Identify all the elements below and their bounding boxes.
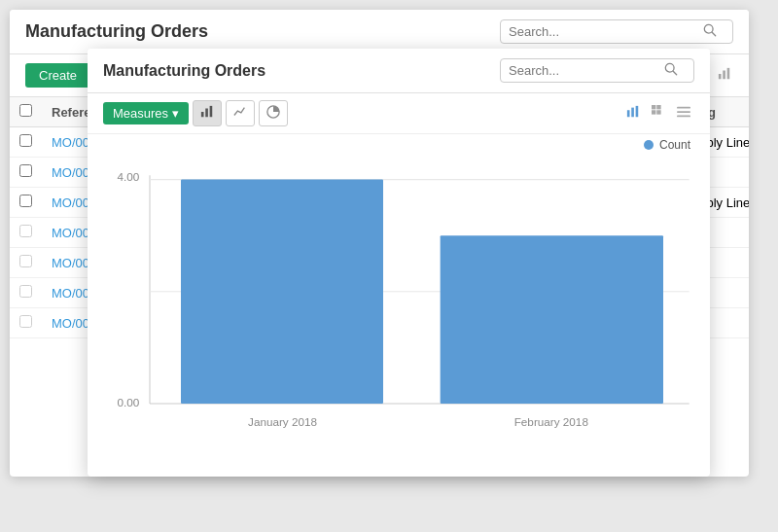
measures-chevron-icon: ▾ xyxy=(172,106,179,121)
svg-rect-34 xyxy=(656,110,660,114)
chart-list-icon[interactable] xyxy=(673,103,694,124)
back-page-title: Manufacturing Orders xyxy=(25,21,500,42)
y-max-label: 4.00 xyxy=(118,170,140,183)
front-window: Manufacturing Orders Measures ▾ xyxy=(88,49,710,477)
graph-view-icon[interactable] xyxy=(716,65,733,86)
pie-chart-button[interactable] xyxy=(259,100,288,126)
header-checkbox-col xyxy=(10,97,42,127)
row-checkbox-cell xyxy=(10,158,42,188)
create-button[interactable]: Create xyxy=(25,63,90,88)
bar-january[interactable] xyxy=(181,180,383,404)
back-search-input[interactable] xyxy=(509,24,703,39)
svg-rect-37 xyxy=(677,116,690,118)
svg-rect-19 xyxy=(719,74,722,79)
svg-rect-35 xyxy=(677,107,690,109)
back-search-icon[interactable] xyxy=(703,23,717,40)
svg-rect-24 xyxy=(201,112,204,117)
svg-rect-31 xyxy=(652,105,655,109)
row-checkbox[interactable] xyxy=(19,195,32,207)
bar-chart-svg: 4.00 0.00 January 2018 February 2018 xyxy=(88,160,710,461)
svg-rect-29 xyxy=(631,108,634,118)
chart-svg-container: 4.00 0.00 January 2018 February 2018 xyxy=(88,160,710,461)
x-label-january: January 2018 xyxy=(248,415,317,428)
svg-line-1 xyxy=(712,32,716,36)
measures-label: Measures xyxy=(113,106,168,121)
svg-line-23 xyxy=(673,71,677,75)
chart-view-icons xyxy=(622,103,694,124)
front-top-bar: Manufacturing Orders xyxy=(88,49,710,93)
svg-rect-30 xyxy=(636,106,639,117)
chart-pivot-icon[interactable] xyxy=(648,103,669,124)
svg-rect-20 xyxy=(723,71,725,80)
row-checkbox[interactable] xyxy=(19,134,32,147)
svg-rect-33 xyxy=(652,110,655,114)
row-checkbox-cell xyxy=(10,248,42,278)
front-search-bar[interactable] xyxy=(500,58,694,83)
legend-dot xyxy=(644,140,654,150)
front-page-title: Manufacturing Orders xyxy=(103,62,500,80)
back-search-bar[interactable] xyxy=(500,19,733,44)
chart-graph-icon[interactable] xyxy=(622,103,644,124)
measures-button[interactable]: Measures ▾ xyxy=(103,102,189,124)
row-checkbox-cell xyxy=(10,127,42,158)
row-checkbox[interactable] xyxy=(19,164,32,177)
row-checkbox[interactable] xyxy=(19,285,32,298)
svg-rect-25 xyxy=(205,109,208,118)
y-min-label: 0.00 xyxy=(118,396,140,408)
legend-label: Count xyxy=(659,138,690,152)
front-search-icon[interactable] xyxy=(664,62,678,79)
line-chart-button[interactable] xyxy=(226,100,255,126)
chart-toolbar: Measures ▾ xyxy=(88,93,710,134)
bar-february[interactable] xyxy=(441,235,663,404)
row-checkbox[interactable] xyxy=(19,255,32,267)
svg-rect-36 xyxy=(677,111,690,113)
select-all-checkbox[interactable] xyxy=(19,104,32,117)
row-checkbox-cell xyxy=(10,188,42,218)
svg-rect-28 xyxy=(627,110,630,117)
bar-chart-button[interactable] xyxy=(193,100,222,126)
row-checkbox[interactable] xyxy=(19,315,32,328)
x-label-february: February 2018 xyxy=(514,415,589,428)
row-checkbox-cell xyxy=(10,278,42,308)
front-search-input[interactable] xyxy=(509,63,664,78)
row-checkbox-cell xyxy=(10,218,42,248)
row-checkbox-cell xyxy=(10,308,42,338)
row-checkbox[interactable] xyxy=(19,225,32,237)
chart-legend: Count xyxy=(88,134,710,152)
svg-rect-26 xyxy=(210,106,213,117)
svg-rect-21 xyxy=(727,68,730,79)
svg-rect-32 xyxy=(656,105,660,109)
